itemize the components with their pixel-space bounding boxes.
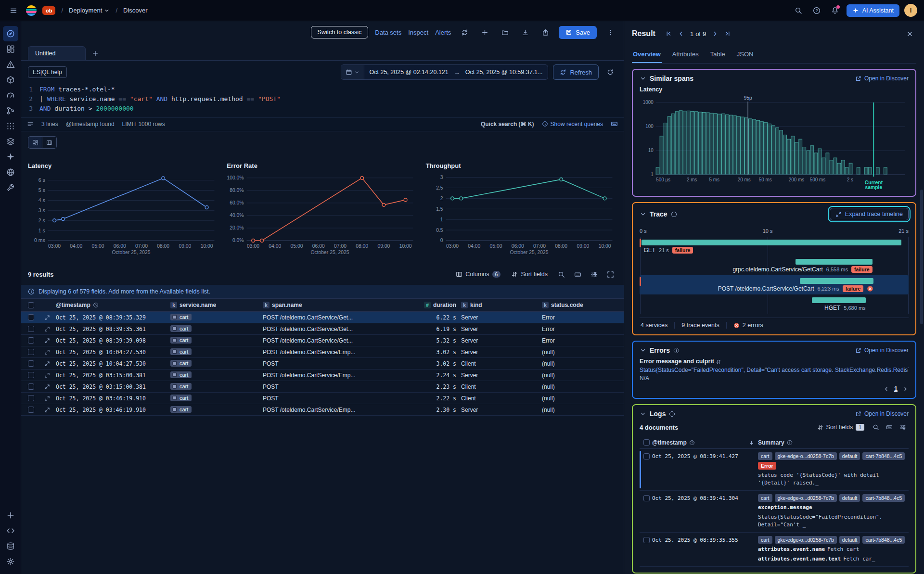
- close-icon[interactable]: [903, 27, 916, 40]
- sidebar-item-tools[interactable]: [3, 180, 18, 195]
- service-badge[interactable]: cart: [170, 360, 192, 367]
- column-header-service.name[interactable]: kservice.name: [170, 302, 263, 308]
- info-icon[interactable]: [673, 347, 680, 354]
- column-header-span.name[interactable]: kspan.name: [263, 302, 413, 308]
- trace-span-row[interactable]: POST /oteldemo.CartService/GetCart6,223 …: [640, 275, 909, 294]
- last-page-icon[interactable]: [722, 28, 733, 39]
- sidebar-item-service-map[interactable]: [3, 103, 18, 118]
- select-all-checkbox[interactable]: [643, 439, 650, 446]
- table-row[interactable]: Oct 25, 2025 @ 03:15:00.381cartPOST /ote…: [21, 370, 624, 381]
- trace-span-row[interactable]: grpc.oteldemo.CartService/GetCart6,558 m…: [640, 256, 909, 275]
- row-checkbox[interactable]: [28, 383, 34, 390]
- share-icon[interactable]: [539, 26, 552, 39]
- service-badge[interactable]: cart: [170, 348, 192, 355]
- open-in-discover-link[interactable]: Open in Discover: [855, 410, 909, 417]
- expand-row-icon[interactable]: [41, 326, 56, 332]
- start-time[interactable]: Oct 25, 2025 @ 02:14:20.121: [364, 69, 454, 76]
- sort-direction-icon[interactable]: [748, 440, 755, 446]
- add-tab-icon[interactable]: [89, 47, 102, 60]
- expand-row-icon[interactable]: [41, 314, 56, 321]
- chevron-down-icon[interactable]: [640, 75, 646, 82]
- log-row[interactable]: Oct 25, 2025 @ 08:39:41.304cartgke-edge-…: [640, 491, 909, 533]
- logs-summary-header[interactable]: Summary: [758, 439, 909, 446]
- logs-timestamp-header[interactable]: @timestamp: [652, 439, 748, 446]
- sidebar-item-data-management[interactable]: [3, 538, 18, 554]
- expand-row-icon[interactable]: [41, 360, 56, 367]
- table-row[interactable]: Oct 25, 2025 @ 10:04:27.530cartPOST3.02 …: [21, 358, 624, 370]
- prev-page-icon[interactable]: [883, 386, 889, 392]
- keyboard-icon[interactable]: [571, 268, 584, 281]
- keyboard-icon[interactable]: [611, 120, 618, 128]
- throughput-line-chart[interactable]: 32.521.510.5003:0004:0005:0006:0007:0008…: [426, 170, 617, 255]
- row-checkbox[interactable]: [643, 453, 650, 459]
- open-in-discover-link[interactable]: Open in Discover: [855, 347, 909, 354]
- latency-line-chart[interactable]: 6 s5 s4 s3 s2 s1 s0 ms03:0004:0005:0006:…: [28, 170, 219, 255]
- service-badge[interactable]: cart: [170, 371, 192, 378]
- expand-row-icon[interactable]: [41, 383, 56, 390]
- quick-search-shortcut[interactable]: Quick search (⌘ K): [481, 121, 534, 128]
- errors-column-header[interactable]: Error message and culprit: [640, 358, 909, 365]
- row-checkbox[interactable]: [643, 495, 650, 501]
- column-header-status.code[interactable]: kstatus.code: [542, 302, 624, 308]
- error-message-link[interactable]: Status{StatusCode="FailedPrecondition", …: [640, 367, 909, 373]
- logs-display-options-icon[interactable]: [897, 421, 909, 433]
- chevron-down-icon[interactable]: [640, 410, 646, 417]
- end-time[interactable]: Oct 25, 2025 @ 10:59:37.1...: [460, 69, 548, 76]
- sidebar-item-infrastructure[interactable]: [3, 72, 18, 88]
- sidebar-item-applications[interactable]: [3, 118, 18, 134]
- tab-attributes[interactable]: Attributes: [671, 46, 700, 63]
- error-circle-icon[interactable]: [867, 285, 873, 292]
- data-sets-link[interactable]: Data sets: [375, 29, 401, 36]
- prev-page-icon[interactable]: [676, 28, 686, 39]
- menu-icon[interactable]: [7, 4, 20, 17]
- open-folder-icon[interactable]: [498, 26, 512, 39]
- sidebar-item-apm[interactable]: [3, 88, 18, 103]
- next-page-icon[interactable]: [710, 28, 720, 39]
- recent-queries-link[interactable]: Show recent queries: [542, 121, 603, 128]
- tab-json[interactable]: JSON: [736, 46, 755, 63]
- select-all-checkbox[interactable]: [28, 302, 34, 308]
- alerts-link[interactable]: Alerts: [435, 29, 451, 36]
- next-page-icon[interactable]: [902, 386, 909, 392]
- save-button[interactable]: Save: [559, 26, 597, 39]
- expand-row-icon[interactable]: [41, 337, 56, 344]
- tab-overview[interactable]: Overview: [632, 46, 662, 63]
- sidebar-item-stack[interactable]: [3, 134, 18, 149]
- columns-button[interactable]: Columns 6: [452, 269, 504, 280]
- trace-span-row[interactable]: HGET5,680 ms: [640, 294, 909, 314]
- errors-page-number[interactable]: 1: [894, 385, 898, 392]
- download-icon[interactable]: [518, 26, 532, 39]
- expand-row-icon[interactable]: [41, 407, 56, 413]
- logs-sort-fields-button[interactable]: Sort fields 1: [813, 422, 868, 433]
- breadcrumb-deployment[interactable]: Deployment: [69, 7, 110, 14]
- service-badge[interactable]: cart: [170, 314, 192, 320]
- new-session-icon[interactable]: [478, 26, 491, 39]
- ai-assistant-button[interactable]: AI Assistant: [847, 4, 899, 17]
- notifications-bell-icon[interactable]: [828, 4, 842, 17]
- logs-keyboard-icon[interactable]: [884, 421, 895, 433]
- kebab-menu-icon[interactable]: [603, 26, 617, 39]
- column-header-kind[interactable]: kkind: [461, 302, 542, 308]
- row-checkbox[interactable]: [28, 314, 34, 320]
- expand-row-icon[interactable]: [41, 349, 56, 356]
- sidebar-item-alerts[interactable]: [3, 57, 18, 72]
- project-badge[interactable]: ob: [42, 6, 55, 15]
- trace-span-bar[interactable]: [800, 278, 874, 284]
- trace-span-bar[interactable]: [796, 259, 872, 265]
- info-icon[interactable]: [671, 211, 677, 217]
- latency-histogram[interactable]: 1000100101500 µs2 ms5 ms20 ms50 ms200 ms…: [640, 94, 909, 190]
- trace-span-bar[interactable]: [642, 240, 901, 245]
- row-checkbox[interactable]: [28, 326, 34, 332]
- flyout-scrollbar[interactable]: [920, 190, 923, 324]
- service-badge[interactable]: cart: [170, 337, 192, 344]
- trace-span-row[interactable]: GET21 sfailure: [640, 237, 909, 256]
- expand-trace-timeline-button[interactable]: Expand trace timeline: [830, 208, 909, 220]
- sidebar-item-add[interactable]: [3, 508, 18, 523]
- sort-fields-button[interactable]: Sort fields: [507, 269, 552, 280]
- logs-search-icon[interactable]: [870, 421, 882, 433]
- chart-panel-toggle[interactable]: [28, 136, 42, 149]
- table-row[interactable]: Oct 25, 2025 @ 03:46:19.910cartPOST2.22 …: [21, 393, 624, 404]
- row-checkbox[interactable]: [28, 372, 34, 378]
- error-rate-line-chart[interactable]: 100.0%80.0%60.0%40.0%20.0%0.0%03:0004:00…: [227, 170, 418, 255]
- info-icon[interactable]: [669, 411, 675, 417]
